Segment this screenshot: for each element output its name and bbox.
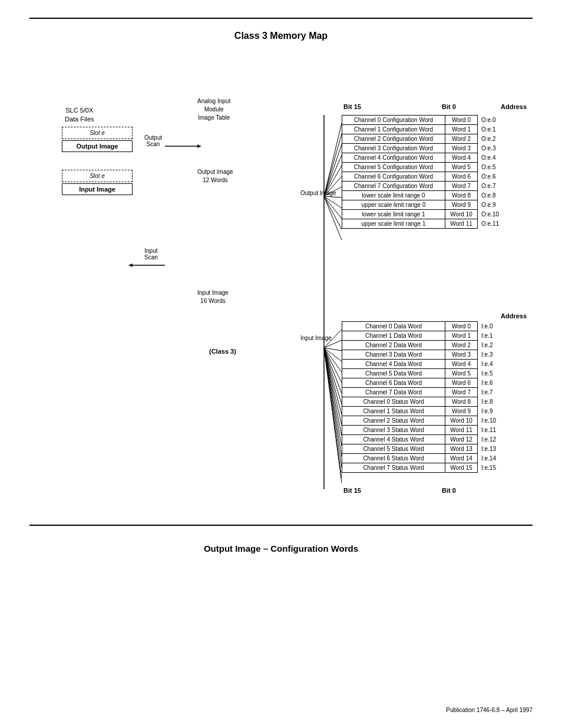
input-row-desc: Channel 5 Status Word: [342, 444, 445, 454]
output-row-word: Word 2: [445, 134, 478, 144]
svg-line-25: [324, 348, 342, 414]
output-row-word: Word 11: [445, 219, 478, 229]
input-table: Channel 0 Data WordWord 0I:e.0Channel 1 …: [342, 321, 500, 473]
input-row-word: Word 2: [445, 341, 478, 350]
input-table-row: Channel 5 Data WordWord 5I:e.5: [342, 369, 500, 378]
svg-line-26: [324, 348, 342, 425]
page-title: Class 3 Memory Map: [29, 31, 533, 41]
output-table-row: lower scale limit range 0Word 8O:e.8: [342, 191, 503, 200]
input-row-word: Word 3: [445, 350, 478, 360]
bottom-separator: [29, 525, 533, 526]
output-row-desc: upper scale limit range 1: [342, 219, 445, 229]
input-row-word: Word 5: [445, 369, 478, 378]
output-memory-table: Channel 0 Configuration WordWord 0O:e.0C…: [342, 115, 503, 229]
slot-e-output-dashed: Slot e: [62, 127, 133, 139]
input-row-desc: Channel 0 Data Word: [342, 322, 445, 331]
input-row-word: Word 0: [445, 322, 478, 331]
input-table-row: Channel 0 Data WordWord 0I:e.0: [342, 322, 500, 331]
input-image-box-label: Input Image 16 Words: [197, 289, 229, 305]
input-row-desc: Channel 6 Status Word: [342, 454, 445, 463]
svg-line-7: [324, 144, 342, 196]
input-row-desc: Channel 7 Data Word: [342, 388, 445, 397]
output-row-word: Word 5: [445, 163, 478, 172]
output-row-addr: O:e.10: [478, 210, 503, 219]
svg-line-15: [324, 196, 342, 229]
analog-module-label: Analog Input Module Image Table: [197, 97, 230, 122]
output-row-word: Word 7: [445, 182, 478, 191]
bit15-header-top: Bit 15: [343, 103, 361, 110]
bit0-header-top: Bit 0: [442, 103, 456, 110]
output-table-row: Channel 7 Configuration WordWord 7O:e.7: [342, 182, 503, 191]
svg-line-19: [324, 348, 342, 351]
input-row-word: Word 8: [445, 397, 478, 407]
input-table-row: Channel 1 Data WordWord 1I:e.1: [342, 331, 500, 341]
output-image-text-label: Output Image: [300, 190, 336, 196]
output-row-addr: O:e.11: [478, 219, 503, 229]
slot-e-input-label: Slot e: [90, 173, 105, 179]
input-row-word: Word 1: [445, 331, 478, 341]
input-row-word: Word 9: [445, 407, 478, 416]
slc-box-area: Slot e Output Image Slot e Input Image: [62, 127, 133, 196]
output-row-desc: Channel 2 Configuration Word: [342, 134, 445, 144]
slot-e-output-label: Slot e: [90, 130, 105, 136]
input-row-addr: I:e.2: [478, 341, 500, 350]
output-row-word: Word 1: [445, 125, 478, 134]
input-row-desc: Channel 2 Status Word: [342, 416, 445, 426]
input-row-desc: Channel 2 Data Word: [342, 341, 445, 350]
input-table-row: Channel 4 Status WordWord 12I:e.12: [342, 435, 500, 444]
input-row-addr: I:e.13: [478, 444, 500, 454]
svg-line-5: [324, 123, 342, 196]
svg-line-27: [324, 348, 342, 436]
input-row-desc: Channel 7 Status Word: [342, 463, 445, 473]
input-row-addr: I:e.4: [478, 360, 500, 369]
input-table-row: Channel 6 Data WordWord 6I:e.6: [342, 378, 500, 388]
input-table-row: Channel 5 Status WordWord 13I:e.13: [342, 444, 500, 454]
input-row-desc: Channel 4 Data Word: [342, 360, 445, 369]
input-row-desc: Channel 1 Status Word: [342, 407, 445, 416]
output-row-word: Word 10: [445, 210, 478, 219]
input-row-addr: I:e.10: [478, 416, 500, 426]
output-table-row: upper scale limit range 0Word 9O:e.9: [342, 200, 503, 210]
address-header-input: Address: [501, 312, 527, 319]
output-row-word: Word 4: [445, 153, 478, 163]
input-row-desc: Channel 5 Data Word: [342, 369, 445, 378]
input-row-word: Word 11: [445, 426, 478, 435]
svg-line-29: [324, 348, 342, 457]
input-row-addr: I:e.15: [478, 463, 500, 473]
output-table-row: Channel 1 Configuration WordWord 1O:e.1: [342, 125, 503, 134]
input-row-desc: Channel 3 Data Word: [342, 350, 445, 360]
output-row-desc: Channel 4 Configuration Word: [342, 153, 445, 163]
output-row-addr: O:e.3: [478, 144, 503, 153]
input-row-word: Word 15: [445, 463, 478, 473]
output-row-word: Word 6: [445, 172, 478, 182]
input-table-row: Channel 7 Data WordWord 7I:e.7: [342, 388, 500, 397]
input-row-word: Word 4: [445, 360, 478, 369]
output-table-row: Channel 5 Configuration WordWord 5O:e.5: [342, 163, 503, 172]
svg-line-30: [324, 348, 342, 467]
output-row-addr: O:e.7: [478, 182, 503, 191]
slc-label: SLC 5/0X Data Files: [65, 106, 94, 124]
input-row-addr: I:e.9: [478, 407, 500, 416]
output-scan-label: Output Scan: [144, 134, 162, 147]
bit15-header-bottom: Bit 15: [343, 487, 361, 494]
input-row-addr: I:e.8: [478, 397, 500, 407]
input-memory-table: Channel 0 Data WordWord 0I:e.0Channel 1 …: [342, 321, 500, 473]
input-table-row: Channel 3 Status WordWord 11I:e.11: [342, 426, 500, 435]
input-row-word: Word 6: [445, 378, 478, 388]
input-row-addr: I:e.1: [478, 331, 500, 341]
output-row-desc: Channel 7 Configuration Word: [342, 182, 445, 191]
output-row-desc: lower scale limit range 0: [342, 191, 445, 200]
svg-marker-1: [197, 144, 201, 148]
input-row-addr: I:e.7: [478, 388, 500, 397]
output-row-desc: Channel 6 Configuration Word: [342, 172, 445, 182]
output-row-desc: Channel 0 Configuration Word: [342, 116, 445, 125]
output-image-text: Output Image: [77, 143, 118, 150]
svg-line-23: [324, 348, 342, 393]
input-row-addr: I:e.11: [478, 426, 500, 435]
input-row-desc: Channel 3 Status Word: [342, 426, 445, 435]
output-row-addr: O:e.1: [478, 125, 503, 134]
output-row-desc: Channel 5 Configuration Word: [342, 163, 445, 172]
output-row-desc: lower scale limit range 1: [342, 210, 445, 219]
input-row-addr: I:e.14: [478, 454, 500, 463]
svg-marker-3: [128, 263, 133, 267]
